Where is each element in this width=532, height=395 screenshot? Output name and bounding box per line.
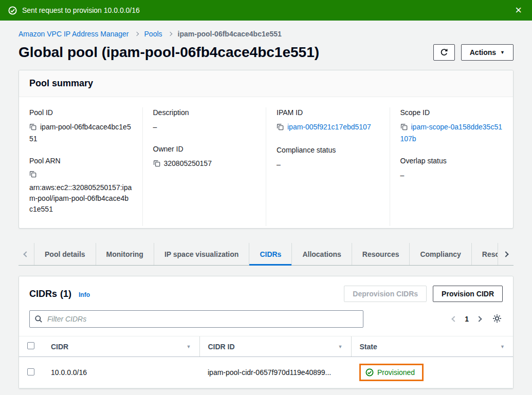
row-checkbox[interactable] [27, 368, 34, 375]
select-all-checkbox[interactable] [27, 342, 34, 349]
chevron-left-icon [452, 316, 457, 322]
state-text: Provisioned [377, 368, 415, 377]
pool-arn-value: arn:aws:ec2::320805250157:ipam-pool/ipam… [29, 183, 132, 213]
overlap-status-value: – [400, 170, 503, 181]
tab-cidrs[interactable]: CIDRs [249, 243, 291, 265]
header-cidr: CIDR [51, 343, 68, 351]
sort-caret-icon[interactable]: ▼ [187, 344, 191, 349]
chevron-left-icon [23, 251, 29, 257]
pool-tabs: Pool details Monitoring IP space visuali… [19, 243, 513, 266]
cidrs-title: CIDRs [29, 289, 57, 299]
ipam-id-label: IPAM ID [277, 107, 379, 118]
overlap-status-label: Overlap status [400, 156, 503, 166]
flashbar-message: Sent request to provision 10.0.0.0/16 [22, 6, 513, 14]
page-title: Global pool (ipam-pool-06fb4cace4bc1e551… [19, 44, 319, 61]
info-link[interactable]: Info [79, 291, 90, 298]
flashbar-success: Sent request to provision 10.0.0.0/16 × [0, 0, 532, 21]
pool-id-label: Pool ID [29, 107, 132, 118]
cell-state: Provisioned [351, 357, 513, 388]
field-compliance-status: Compliance status – [277, 145, 379, 170]
sort-caret-icon[interactable]: ▼ [500, 344, 505, 349]
field-ipam-id: IPAM ID ipam-005f921c17ebd5107 [277, 107, 379, 134]
breadcrumb: Amazon VPC IP Address Manager Pools ipam… [19, 30, 513, 38]
pool-summary-title: Pool summary [19, 70, 513, 97]
owner-id-value: 320805250157 [164, 159, 212, 167]
scope-id-link[interactable]: ipam-scope-0a158dde35c51107b [400, 123, 502, 143]
breadcrumb-link-pools[interactable]: Pools [144, 30, 162, 38]
table-row: 10.0.0.0/16 ipam-pool-cidr-0657f970d119e… [19, 357, 513, 388]
field-description: Description – [153, 107, 256, 133]
header-cidr-id: CIDR ID [208, 343, 235, 351]
filter-cidrs-input[interactable] [29, 310, 363, 328]
breadcrumb-separator-icon [168, 32, 172, 36]
current-page[interactable]: 1 [465, 315, 469, 323]
field-scope-id: Scope ID ipam-scope-0a158dde35c51107b [400, 107, 503, 144]
copy-icon[interactable] [29, 170, 129, 181]
field-overlap-status: Overlap status – [400, 156, 503, 181]
tab-ip-space-visualization[interactable]: IP space visualization [154, 243, 249, 265]
previous-page-button[interactable] [452, 317, 456, 321]
field-pool-arn: Pool ARN arn:aws:ec2::320805250157:ipam-… [29, 156, 132, 215]
annotation-highlight-box: Provisioned [359, 364, 424, 381]
summary-column-2: Description – Owner ID 320805250157 [142, 107, 266, 226]
pool-id-value: ipam-pool-06fb4cace4bc1e551 [29, 123, 131, 143]
next-page-button[interactable] [477, 317, 481, 321]
cell-cidr: 10.0.0.0/16 [43, 357, 199, 388]
tab-allocations[interactable]: Allocations [291, 243, 351, 265]
chevron-right-icon [476, 316, 482, 322]
refresh-icon [440, 48, 448, 57]
field-pool-id: Pool ID ipam-pool-06fb4cace4bc1e551 [29, 107, 132, 144]
description-value: – [153, 122, 256, 133]
tabs-scroll-right-button[interactable] [498, 243, 513, 265]
caret-down-icon: ▼ [500, 50, 505, 55]
scope-id-label: Scope ID [400, 107, 503, 118]
sort-caret-icon[interactable]: ▼ [338, 344, 343, 349]
breadcrumb-current: ipam-pool-06fb4cace4bc1e551 [178, 30, 282, 38]
compliance-status-value: – [277, 159, 379, 170]
provisioned-check-icon [365, 368, 374, 377]
compliance-status-label: Compliance status [277, 145, 379, 156]
copy-icon[interactable] [29, 123, 36, 134]
summary-column-1: Pool ID ipam-pool-06fb4cace4bc1e551 Pool… [19, 107, 142, 226]
pool-arn-label: Pool ARN [29, 156, 132, 166]
field-owner-id: Owner ID 320805250157 [153, 144, 256, 170]
cell-cidr-id: ipam-pool-cidr-0657f970d119e40899... [199, 357, 351, 388]
close-icon[interactable]: × [513, 5, 524, 16]
tabs-scroll-left-button[interactable] [19, 243, 34, 265]
preferences-button[interactable] [491, 313, 503, 326]
pool-summary-card: Pool summary Pool ID ipam-pool-06fb4cace… [19, 70, 513, 229]
header-state: State [360, 343, 377, 351]
breadcrumb-link-ipam[interactable]: Amazon VPC IP Address Manager [19, 30, 129, 38]
owner-id-label: Owner ID [153, 144, 256, 155]
actions-button[interactable]: Actions ▼ [461, 44, 513, 61]
actions-button-label: Actions [470, 48, 496, 57]
description-label: Description [153, 107, 256, 118]
tab-resources[interactable]: Resources [352, 243, 410, 265]
provision-cidr-button[interactable]: Provision CIDR [433, 286, 503, 302]
filter-cidrs-search [29, 310, 363, 328]
summary-column-4: Scope ID ipam-scope-0a158dde35c51107b Ov… [390, 107, 513, 226]
tab-reso-clipped[interactable]: Reso [471, 243, 498, 265]
search-icon [34, 315, 43, 323]
breadcrumb-separator-icon [134, 32, 138, 36]
deprovision-cidrs-button[interactable]: Deprovision CIDRs [344, 286, 427, 302]
status-badge: Provisioned [365, 368, 415, 377]
page-header: Global pool (ipam-pool-06fb4cace4bc1e551… [19, 44, 513, 61]
refresh-button[interactable] [433, 44, 455, 61]
tab-monitoring[interactable]: Monitoring [96, 243, 154, 265]
cidrs-panel: CIDRs (1) Info Deprovision CIDRs Provisi… [19, 276, 513, 389]
cidrs-table: CIDR ▼ CIDR ID ▼ State ▼ [19, 336, 513, 388]
summary-column-3: IPAM ID ipam-005f921c17ebd5107 Complianc… [266, 107, 390, 226]
copy-icon[interactable] [400, 123, 408, 134]
pagination: 1 [452, 313, 503, 326]
gear-icon [492, 314, 502, 323]
cidrs-counter: (1) [60, 289, 71, 299]
ipam-id-link[interactable]: ipam-005f921c17ebd5107 [287, 123, 371, 131]
success-check-icon [8, 6, 17, 15]
tab-compliancy[interactable]: Compliancy [409, 243, 471, 265]
chevron-right-icon [503, 251, 508, 257]
copy-icon[interactable] [153, 159, 160, 170]
copy-icon[interactable] [277, 123, 284, 134]
tab-pool-details[interactable]: Pool details [34, 243, 96, 265]
